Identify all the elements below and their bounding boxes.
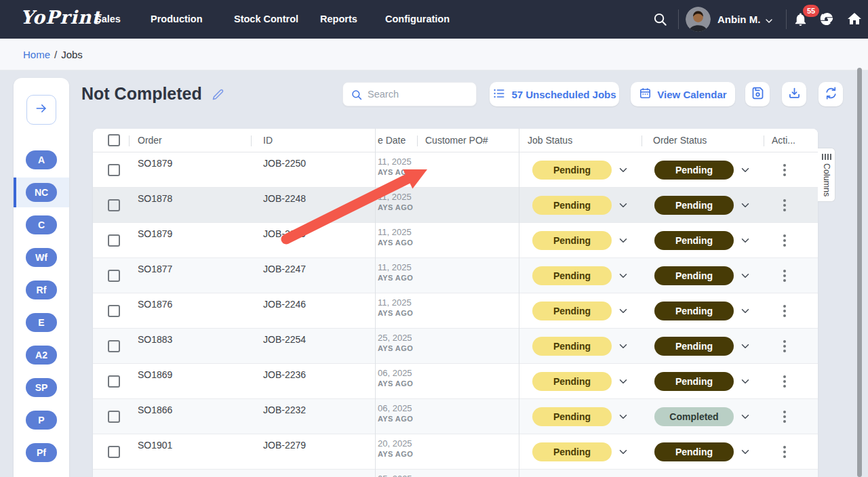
table-row[interactable]: SO1904 JOB-2285 05, 2025: [93, 470, 818, 477]
order-status-badge[interactable]: Completed: [654, 407, 734, 426]
chevron-down-icon[interactable]: [617, 375, 629, 390]
column-header-due-date[interactable]: e Date: [378, 135, 406, 146]
order-status-badge[interactable]: Pending: [654, 196, 734, 215]
row-actions-menu-icon[interactable]: [778, 443, 791, 461]
aperture-icon[interactable]: [819, 12, 834, 26]
order-cell[interactable]: SO1879: [138, 228, 172, 239]
edit-pencil-icon[interactable]: [211, 87, 225, 104]
row-actions-menu-icon[interactable]: [778, 302, 791, 320]
breadcrumb-home-link[interactable]: Home: [23, 49, 50, 60]
sidebar-item-rf[interactable]: Rf: [26, 281, 57, 299]
order-status-badge[interactable]: Pending: [654, 337, 734, 356]
chevron-down-icon[interactable]: [739, 375, 751, 390]
order-status-badge[interactable]: Pending: [654, 266, 734, 285]
column-header-order-status[interactable]: Order Status: [653, 135, 707, 146]
vertical-scrollbar[interactable]: [857, 68, 862, 477]
nav-item-configuration[interactable]: Configuration: [385, 0, 450, 39]
save-view-button[interactable]: [745, 82, 770, 106]
order-cell[interactable]: SO1866: [138, 405, 172, 415]
nav-item-sales[interactable]: Sales: [95, 0, 121, 39]
yoprint-logo[interactable]: YoPrint: [20, 7, 101, 28]
order-cell[interactable]: SO1878: [138, 193, 172, 204]
column-header-job-status[interactable]: Job Status: [528, 135, 572, 146]
table-row[interactable]: SO1879 JOB-2249 11, 2025 AYS AGO Pending…: [93, 223, 818, 258]
table-row[interactable]: SO1878 JOB-2248 11, 2025 AYS AGO Pending…: [93, 188, 818, 223]
order-cell[interactable]: SO1876: [138, 299, 172, 310]
order-cell[interactable]: SO1901: [138, 440, 172, 451]
order-cell[interactable]: SO1879: [138, 158, 172, 169]
job-status-badge[interactable]: Pending: [532, 231, 612, 250]
search-input[interactable]: [368, 83, 473, 106]
sidebar-item-p[interactable]: P: [26, 411, 57, 430]
order-cell[interactable]: SO1877: [138, 264, 172, 274]
column-header-actions[interactable]: Acti...: [772, 135, 795, 146]
job-status-badge[interactable]: Pending: [532, 442, 612, 461]
job-status-badge[interactable]: Pending: [532, 266, 612, 285]
sidebar-item-e[interactable]: E: [26, 313, 57, 332]
nav-item-production[interactable]: Production: [151, 0, 203, 39]
nav-item-stock-control[interactable]: Stock Control: [234, 0, 298, 39]
sidebar-item-a[interactable]: A: [26, 150, 57, 169]
job-status-badge[interactable]: Pending: [532, 302, 612, 320]
table-row[interactable]: SO1866 JOB-2232 06, 2025 AYS AGO Pending…: [93, 399, 818, 434]
job-status-badge[interactable]: Pending: [532, 161, 612, 180]
order-cell[interactable]: SO1869: [138, 369, 172, 380]
row-actions-menu-icon[interactable]: [778, 232, 791, 249]
home-icon[interactable]: [846, 11, 863, 27]
sidebar-item-a2[interactable]: A2: [26, 346, 57, 365]
row-actions-menu-icon[interactable]: [778, 408, 791, 426]
row-actions-menu-icon[interactable]: [778, 373, 791, 390]
sidebar-item-c[interactable]: C: [26, 215, 57, 234]
row-checkbox[interactable]: [108, 270, 120, 282]
chevron-down-icon[interactable]: [617, 305, 629, 320]
search-icon[interactable]: [652, 12, 668, 27]
row-checkbox[interactable]: [108, 305, 120, 317]
sidebar-item-wf[interactable]: Wf: [26, 248, 57, 267]
chevron-down-icon[interactable]: [764, 16, 774, 26]
job-status-badge[interactable]: Pending: [532, 337, 612, 356]
order-cell[interactable]: SO1883: [138, 334, 172, 345]
row-checkbox[interactable]: [108, 375, 120, 388]
row-checkbox[interactable]: [108, 411, 120, 423]
chevron-down-icon[interactable]: [739, 270, 751, 285]
nav-item-reports[interactable]: Reports: [320, 0, 357, 39]
column-header-order[interactable]: Order: [138, 135, 162, 146]
chevron-down-icon[interactable]: [739, 199, 751, 214]
table-row[interactable]: SO1879 JOB-2250 11, 2025 AYS AGO Pending…: [93, 152, 818, 188]
order-status-badge[interactable]: Pending: [654, 442, 734, 461]
chevron-down-icon[interactable]: [617, 446, 629, 461]
chevron-down-icon[interactable]: [617, 199, 629, 214]
table-row[interactable]: SO1876 JOB-2246 11, 2025 AYS AGO Pending…: [93, 293, 818, 329]
order-status-badge[interactable]: Pending: [654, 372, 734, 391]
row-actions-menu-icon[interactable]: [778, 337, 791, 355]
job-status-badge[interactable]: Pending: [532, 407, 612, 426]
user-name[interactable]: Anbin M.: [717, 0, 760, 39]
chevron-down-icon[interactable]: [739, 411, 751, 426]
table-row[interactable]: SO1901 JOB-2279 20, 2025 AYS AGO Pending…: [93, 434, 818, 470]
table-row[interactable]: SO1877 JOB-2247 11, 2025 AYS AGO Pending…: [93, 258, 818, 293]
select-all-checkbox[interactable]: [108, 134, 120, 146]
row-checkbox[interactable]: [108, 446, 120, 458]
table-row[interactable]: SO1869 JOB-2236 06, 2025 AYS AGO Pending…: [93, 364, 818, 399]
order-status-badge[interactable]: Pending: [654, 231, 734, 250]
table-row[interactable]: SO1883 JOB-2254 25, 2025 AYS AGO Pending…: [93, 329, 818, 364]
row-actions-menu-icon[interactable]: [778, 161, 791, 179]
column-header-customer-po[interactable]: Customer PO#: [425, 135, 488, 146]
notification-badge[interactable]: 55: [803, 5, 819, 17]
view-calendar-button[interactable]: View Calendar: [631, 82, 735, 106]
chevron-down-icon[interactable]: [617, 234, 629, 249]
sidebar-item-nc[interactable]: NC: [26, 183, 57, 202]
chevron-down-icon[interactable]: [739, 305, 751, 320]
column-header-id[interactable]: ID: [263, 135, 273, 146]
order-status-badge[interactable]: Pending: [654, 161, 734, 180]
sidebar-item-pf[interactable]: Pf: [26, 443, 57, 462]
row-checkbox[interactable]: [108, 340, 120, 352]
columns-panel-tab[interactable]: Columns: [818, 148, 835, 202]
unscheduled-jobs-button[interactable]: 57 Unscheduled Jobs: [490, 82, 619, 106]
row-checkbox[interactable]: [108, 234, 120, 247]
refresh-button[interactable]: [818, 82, 843, 106]
row-checkbox[interactable]: [108, 164, 120, 176]
sidebar-expand-button[interactable]: [26, 95, 56, 125]
row-actions-menu-icon[interactable]: [778, 196, 791, 214]
sidebar-item-sp[interactable]: SP: [26, 378, 57, 397]
